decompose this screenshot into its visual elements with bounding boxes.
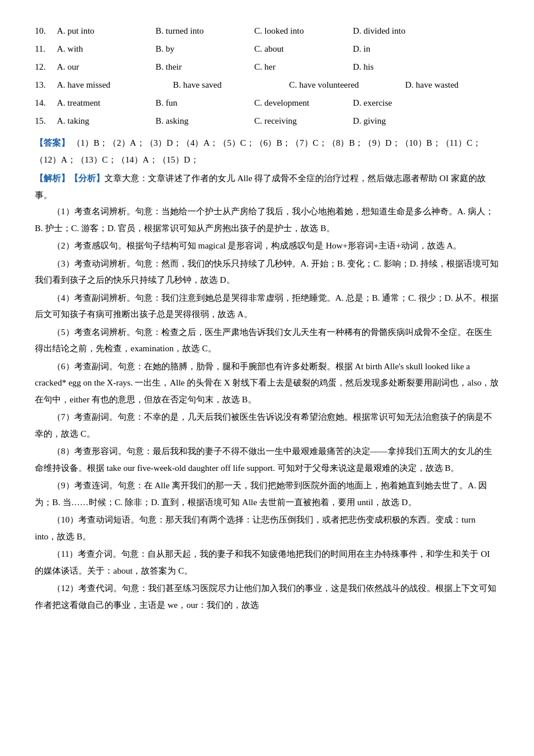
q15-optD: D. giving — [353, 113, 452, 129]
answer-text: （1）B；（2）A；（3）D；（4）A；（5）C；（6）B；（7）C；（8）B；… — [35, 138, 481, 164]
analysis-sub-label: 【分析】 — [70, 174, 104, 183]
q10-num: 10. — [35, 23, 57, 39]
q12-num: 12. — [35, 59, 57, 75]
para-5: （5）考查名词辨析。句意：检查之后，医生严肃地告诉我们女儿天生有一种稀有的骨骼疾… — [35, 324, 499, 357]
para-11: （11）考查介词。句意：自从那天起，我的妻子和我不知疲倦地把我们的时间用在主办特… — [35, 546, 499, 579]
q15-optC: C. receiving — [254, 113, 353, 129]
para-8: （8）考查形容词。句意：最后我和我的妻子不得不做出一生中最艰难最痛苦的决定——拿… — [35, 443, 499, 476]
question-15: 15. A. taking B. asking C. receiving D. … — [35, 113, 499, 129]
q13-optA: A. have missed — [57, 77, 173, 93]
question-13: 13. A. have missed B. have saved C. have… — [35, 77, 499, 93]
answer-block: 【答案】 （1）B；（2）A；（3）D；（4）A；（5）C；（6）B；（7）C；… — [35, 135, 499, 168]
para-12: （12）考查代词。句意：我们甚至练习医院尽力让他们加入我们的事业，这是我们依然战… — [35, 580, 499, 613]
q14-optD: D. exercise — [353, 95, 452, 111]
q14-num: 14. — [35, 95, 57, 111]
q14-optB: B. fun — [156, 95, 254, 111]
analysis-label: 【解析】 — [35, 174, 70, 183]
q14-optA: A. treatment — [57, 95, 156, 111]
question-11: 11. A. with B. by C. about D. in — [35, 41, 499, 57]
analysis-paragraphs: （1）考查名词辨析。句意：当她给一个护士从产房给了我后，我小心地抱着她，想知道生… — [35, 203, 499, 613]
q10-optB: B. turned into — [156, 23, 254, 39]
q13-num: 13. — [35, 77, 57, 93]
q12-optB: B. their — [156, 59, 254, 75]
q13-optD: D. have wasted — [405, 77, 521, 93]
para-1: （1）考查名词辨析。句意：当她给一个护士从产房给了我后，我小心地抱着她，想知道生… — [35, 203, 499, 236]
questions-section: 10. A. put into B. turned into C. looked… — [35, 23, 499, 129]
q15-num: 15. — [35, 113, 57, 129]
q12-optD: D. his — [353, 59, 452, 75]
q11-optC: C. about — [254, 41, 353, 57]
para-2: （2）考查感叹句。根据句子结构可知 magical 是形容词，构成感叹句是 Ho… — [35, 237, 499, 254]
question-10: 10. A. put into B. turned into C. looked… — [35, 23, 499, 39]
para-7: （7）考查副词。句意：不幸的是，几天后我们被医生告诉说没有希望治愈她。根据常识可… — [35, 409, 499, 442]
q13-optC: C. have volunteered — [289, 77, 405, 93]
question-14: 14. A. treatment B. fun C. development D… — [35, 95, 499, 111]
q10-optC: C. looked into — [254, 23, 353, 39]
para-6: （6）考查副词。句意：在她的胳膊，肋骨，腿和手腕部也有许多处断裂。根据 At b… — [35, 358, 499, 408]
q11-num: 11. — [35, 41, 57, 57]
answer-label: 【答案】 — [35, 138, 70, 147]
q11-optA: A. with — [57, 41, 156, 57]
q15-optA: A. taking — [57, 113, 156, 129]
q11-optB: B. by — [156, 41, 254, 57]
q10-optD: D. divided into — [353, 23, 452, 39]
q13-optB: B. have saved — [173, 77, 289, 93]
para-3: （3）考查动词辨析。句意：然而，我们的快乐只持续了几秒钟。A. 开始；B. 变化… — [35, 255, 499, 289]
q11-optD: D. in — [353, 41, 452, 57]
question-12: 12. A. our B. their C. her D. his — [35, 59, 499, 75]
para-4: （4）考查副词辨析。句意：我们注意到她总是哭得非常虚弱，拒绝睡觉。A. 总是；B… — [35, 290, 499, 323]
q12-optC: C. her — [254, 59, 353, 75]
q12-optA: A. our — [57, 59, 156, 75]
q14-optC: C. development — [254, 95, 353, 111]
para-9: （9）考查连词。句意：在 Alle 离开我们的那一天，我们把她带到医院外面的地面… — [35, 477, 499, 510]
q10-optA: A. put into — [57, 23, 156, 39]
para-10: （10）考查动词短语。句意：那天我们有两个选择：让悲伤压倒我们，或者把悲伤变成积… — [35, 512, 499, 545]
analysis-block: 【解析】【分析】文章大意：文章讲述了作者的女儿 Alle 得了成骨不全症的治疗过… — [35, 170, 499, 203]
q15-optB: B. asking — [156, 113, 254, 129]
